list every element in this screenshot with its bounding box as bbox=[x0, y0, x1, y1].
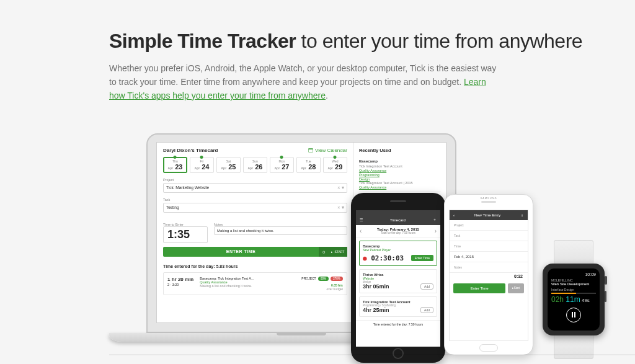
iphone-device: ☰ Timecard ＋ ‹ Today: February 4, 2015 T… bbox=[351, 193, 445, 363]
calendar-icon bbox=[308, 148, 313, 153]
date-tile[interactable]: WedApr 29 bbox=[323, 157, 347, 173]
date-picker-row: ThuApr 23FriApr 24SatApr 25SunApr 26MonA… bbox=[163, 157, 347, 173]
time-input[interactable]: 1:35 bbox=[163, 226, 208, 243]
project-field[interactable]: Project bbox=[450, 220, 528, 231]
headline: Simple Time Tracker to enter your time f… bbox=[109, 30, 635, 53]
task-field[interactable]: Task bbox=[450, 231, 528, 241]
project-select[interactable]: Tick: Marketing Website× ▾ bbox=[163, 183, 347, 193]
chevron-right-icon[interactable]: › bbox=[435, 228, 437, 234]
lead-paragraph: Whether you prefer iOS, Android, the App… bbox=[109, 61, 500, 102]
android-device: SAMSUNG ‹ New Time Entry ⋮ Project Task … bbox=[444, 194, 533, 355]
date-tile[interactable]: MonApr 27 bbox=[270, 157, 294, 173]
date-tile[interactable]: FriApr 24 bbox=[190, 157, 214, 173]
day-summary: Time entered for the day: 5.83 hours bbox=[163, 264, 347, 269]
timer-icon[interactable]: ◷ bbox=[319, 247, 329, 257]
enter-time-button[interactable]: Enter Time bbox=[411, 255, 433, 261]
watch-device: 10:09 MOLEHILL INC Web Site Development … bbox=[536, 240, 611, 359]
notes-input[interactable]: Making a list and checking it twice. bbox=[214, 226, 347, 235]
iphone-navbar: ☰ Timecard ＋ bbox=[356, 215, 440, 225]
menu-icon[interactable]: ☰ bbox=[360, 218, 363, 222]
task-select[interactable]: Testing× ▾ bbox=[163, 203, 347, 213]
add-button[interactable]: Add bbox=[420, 283, 433, 290]
time-field[interactable]: Time bbox=[450, 241, 528, 252]
date-tile[interactable]: SatApr 25 bbox=[216, 157, 241, 173]
date-tile[interactable]: TueApr 28 bbox=[296, 157, 321, 173]
enter-time-button[interactable]: Enter Time bbox=[453, 283, 505, 293]
date-field[interactable]: Feb 4, 2015 bbox=[450, 252, 528, 262]
view-calendar-link[interactable]: View Calendar bbox=[308, 148, 347, 153]
enter-time-button[interactable]: ENTER TIME ◷ ▸ START bbox=[163, 247, 347, 257]
start-timer-button[interactable]: ▸ START bbox=[329, 247, 347, 257]
start-timer-button[interactable]: ▸ Start bbox=[508, 283, 524, 293]
progress-bar bbox=[551, 293, 596, 294]
timecard-title: Daryl Dixon's Timecard bbox=[163, 148, 218, 153]
svg-rect-1 bbox=[308, 149, 313, 150]
device-showcase: Daryl Dixon's Timecard View Calendar Thu… bbox=[109, 127, 635, 350]
back-icon[interactable]: ‹ bbox=[453, 213, 455, 217]
more-icon[interactable]: ⋮ bbox=[520, 213, 524, 217]
home-button[interactable] bbox=[479, 344, 498, 352]
clear-icon[interactable]: × ▾ bbox=[337, 185, 344, 190]
time-entry-row[interactable]: 1 hr 20 min 2 - 3:20 Basecamp: Tick Inte… bbox=[163, 272, 347, 295]
notes-field[interactable]: Notes bbox=[450, 262, 528, 273]
elapsed-time: 02h 11m 49s bbox=[551, 295, 596, 304]
add-icon[interactable]: ＋ bbox=[433, 217, 437, 223]
recent-task-link[interactable]: Quality Assurance bbox=[359, 169, 441, 172]
date-tile[interactable]: SunApr 26 bbox=[243, 157, 267, 173]
recent-task-link[interactable]: Quality Assurance bbox=[359, 185, 441, 189]
recently-used-heading: Recently Used bbox=[359, 148, 441, 153]
recent-task-link[interactable]: Programming bbox=[359, 173, 441, 177]
clear-icon[interactable]: × ▾ bbox=[337, 205, 344, 210]
home-button[interactable] bbox=[393, 348, 404, 359]
pause-button[interactable] bbox=[566, 308, 581, 322]
add-button[interactable]: Add bbox=[420, 307, 433, 313]
chevron-left-icon[interactable]: ‹ bbox=[360, 228, 362, 234]
date-tile[interactable]: ThuApr 23 bbox=[163, 157, 187, 173]
